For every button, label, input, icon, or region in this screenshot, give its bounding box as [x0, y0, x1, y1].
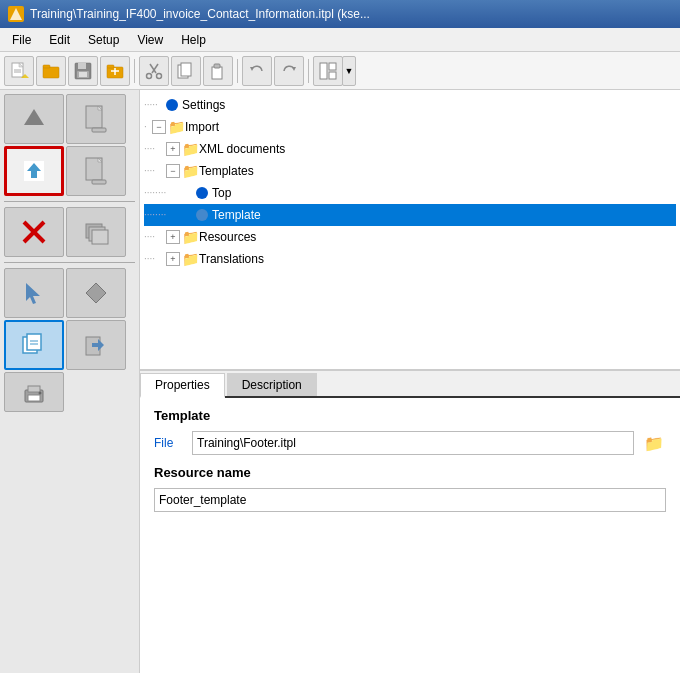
svg-point-18	[147, 73, 152, 78]
template-section-title: Template	[154, 408, 666, 423]
toolbar-layout-button[interactable]	[313, 56, 343, 86]
menu-file[interactable]: File	[4, 31, 39, 49]
print-button[interactable]	[4, 372, 64, 412]
settings-dot-icon	[166, 99, 178, 111]
svg-marker-0	[10, 8, 22, 20]
resources-folder-icon: 📁	[182, 227, 199, 247]
tree-item-import[interactable]: · − 📁 Import	[144, 116, 676, 138]
right-panel: ····· Settings · − 📁 Import ···· + 📁 XML…	[140, 90, 680, 673]
file-label: File	[154, 436, 184, 450]
menu-edit[interactable]: Edit	[41, 31, 78, 49]
main-content: ····· Settings · − 📁 Import ···· + 📁 XML…	[0, 90, 680, 673]
toolbar-folder-button[interactable]	[100, 56, 130, 86]
toolbar-redo-button[interactable]	[274, 56, 304, 86]
tree-item-template[interactable]: ········ Template	[144, 204, 676, 226]
svg-rect-43	[92, 230, 108, 244]
svg-rect-32	[92, 128, 106, 132]
toolbar-open-button[interactable]	[36, 56, 66, 86]
svg-rect-47	[27, 334, 41, 350]
title-bar: Training\Training_IF400_invoice_Contact_…	[0, 0, 680, 28]
toolbar-dropdown-button[interactable]: ▼	[342, 56, 356, 86]
resources-expander-icon[interactable]: +	[166, 230, 180, 244]
resources-label: Resources	[199, 227, 256, 247]
svg-rect-11	[79, 72, 87, 77]
browse-folder-button[interactable]: 📁	[642, 431, 666, 455]
move-up-button[interactable]	[4, 94, 64, 144]
toolbar-undo-button[interactable]	[242, 56, 272, 86]
tab-properties[interactable]: Properties	[140, 373, 225, 398]
tree-item-templates[interactable]: ···· − 📁 Templates	[144, 160, 676, 182]
left-sidebar	[0, 90, 140, 673]
tree-item-xml-documents[interactable]: ···· + 📁 XML documents	[144, 138, 676, 160]
svg-rect-9	[78, 63, 86, 69]
layers-button[interactable]	[66, 207, 126, 257]
svg-rect-28	[329, 72, 336, 79]
toolbar-copy-button[interactable]	[171, 56, 201, 86]
toolbar-save-button[interactable]	[68, 56, 98, 86]
svg-rect-27	[329, 63, 336, 70]
svg-rect-26	[320, 63, 327, 79]
delete-button[interactable]	[4, 207, 64, 257]
menu-setup[interactable]: Setup	[80, 31, 127, 49]
xml-expander-icon[interactable]: +	[166, 142, 180, 156]
settings-label: Settings	[182, 95, 225, 115]
import-button[interactable]	[66, 320, 126, 370]
templates-label: Templates	[199, 161, 254, 181]
shape-tool-button[interactable]	[66, 268, 126, 318]
resource-name-input[interactable]	[154, 488, 666, 512]
menu-help[interactable]: Help	[173, 31, 214, 49]
toolbar-cut-button[interactable]	[139, 56, 169, 86]
translations-folder-icon: 📁	[182, 249, 199, 269]
templates-folder-icon: 📁	[182, 161, 199, 181]
svg-rect-21	[181, 63, 191, 76]
toolbar-separator-3	[308, 59, 309, 83]
svg-rect-53	[28, 386, 40, 392]
translations-expander-icon[interactable]: +	[166, 252, 180, 266]
import-folder-icon: 📁	[168, 117, 185, 137]
select-tool-button[interactable]	[4, 268, 64, 318]
copy-paste-button[interactable]	[4, 320, 64, 370]
toolbar-new-button[interactable]	[4, 56, 34, 86]
template-dot-icon	[196, 209, 208, 221]
svg-rect-54	[28, 395, 40, 401]
tree-item-translations[interactable]: ···· + 📁 Translations	[144, 248, 676, 270]
file-input[interactable]	[192, 431, 634, 455]
top-label: Top	[212, 183, 231, 203]
tree-item-settings[interactable]: ····· Settings	[144, 94, 676, 116]
templates-expander-icon[interactable]: −	[166, 164, 180, 178]
properties-tabs: Properties Description	[140, 371, 680, 398]
toolbar-paste-button[interactable]	[203, 56, 233, 86]
svg-rect-38	[92, 180, 106, 184]
move-down-button[interactable]	[4, 146, 64, 196]
svg-rect-23	[214, 64, 220, 68]
xml-folder-icon: 📁	[182, 139, 199, 159]
menu-bar: File Edit Setup View Help	[0, 28, 680, 52]
import-expander-icon[interactable]: −	[152, 120, 166, 134]
tree-item-resources[interactable]: ···· + 📁 Resources	[144, 226, 676, 248]
page-icon-1[interactable]	[66, 94, 126, 144]
svg-rect-13	[107, 65, 114, 68]
menu-view[interactable]: View	[129, 31, 171, 49]
folder-browse-icon: 📁	[644, 434, 664, 453]
svg-point-19	[157, 73, 162, 78]
svg-marker-24	[250, 67, 254, 71]
svg-rect-22	[212, 67, 222, 79]
resource-name-title: Resource name	[154, 465, 666, 480]
tree-item-top[interactable]: ········ Top	[144, 182, 676, 204]
translations-label: Translations	[199, 249, 264, 269]
tree-view: ····· Settings · − 📁 Import ···· + 📁 XML…	[140, 90, 680, 370]
template-label: Template	[212, 205, 261, 225]
page-icon-2[interactable]	[66, 146, 126, 196]
tool-row-3	[4, 207, 135, 257]
resource-row	[154, 488, 666, 512]
toolbar-separator-2	[237, 59, 238, 83]
tool-row-1	[4, 94, 135, 144]
svg-marker-44	[26, 283, 40, 304]
properties-panel: Properties Description Template File 📁 R…	[140, 370, 680, 673]
properties-content: Template File 📁 Resource name	[140, 398, 680, 532]
sidebar-divider-1	[4, 201, 135, 202]
tab-description[interactable]: Description	[227, 373, 317, 396]
app-icon	[8, 6, 24, 22]
xml-documents-label: XML documents	[199, 139, 285, 159]
tool-row-2	[4, 146, 135, 196]
